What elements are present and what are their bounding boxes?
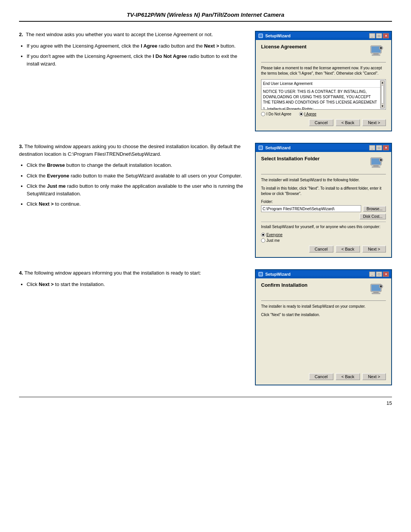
radio-everyone[interactable]: Everyone — [261, 233, 386, 237]
page-number: 15 — [387, 400, 392, 406]
radio-agree-label: I Agree — [304, 112, 317, 116]
section-divider-2 — [261, 222, 386, 222]
dialog-empty-space — [261, 321, 386, 370]
radio-everyone-circle[interactable] — [261, 233, 265, 237]
folder-row: Browse... — [261, 205, 386, 212]
dialog-desc-2b: To install in this folder, click "Next".… — [261, 186, 386, 197]
dialog-icon-2 — [368, 156, 386, 171]
page-title: TV-IP612P/WN (Wireless N) Pan/Tilt/Zoom … — [19, 11, 392, 18]
dialog-desc-3b: Click "Next" to start the installation. — [261, 312, 386, 318]
dialog-app-icon-2 — [258, 145, 263, 150]
svg-point-26 — [381, 286, 382, 287]
disk-cost-button[interactable]: Disk Cost... — [360, 214, 386, 219]
radio-just-me[interactable]: Just me — [261, 238, 386, 243]
svg-rect-13 — [373, 165, 379, 166]
radio-agree[interactable]: I Agree — [299, 112, 317, 116]
close-button-1[interactable]: ✕ — [383, 33, 389, 38]
back-button-2[interactable]: < Back — [336, 246, 360, 252]
close-button-3[interactable]: ✕ — [383, 272, 389, 277]
maximize-button-3[interactable]: □ — [376, 272, 382, 277]
minimize-button-3[interactable]: _ — [369, 272, 375, 277]
next-button-2[interactable]: Next > — [362, 246, 386, 252]
back-button-1[interactable]: < Back — [336, 119, 360, 126]
svg-rect-19 — [259, 273, 262, 276]
license-text: NOTICE TO USER: THIS IS A CONTRACT. BY I… — [263, 89, 384, 105]
maximize-button-2[interactable]: □ — [376, 145, 382, 150]
section-4: 4. The following window appears informin… — [19, 269, 392, 385]
scrollbar-1[interactable]: ▲ ▼ — [380, 80, 385, 109]
install-for-label: Install SetupWizard for yourself, or for… — [261, 224, 386, 230]
step-number-2: 2. — [19, 32, 24, 37]
bullet-3-2: Click the Everyone radio button to make … — [27, 172, 244, 180]
dialog-buttons-2: Cancel < Back Next > — [261, 246, 386, 252]
section-3-bullets: Click the Browse button to change the de… — [27, 161, 244, 208]
radio-just-me-circle[interactable] — [261, 238, 265, 243]
dialog-buttons-1: Cancel < Back Next > — [261, 119, 386, 126]
next-button-1[interactable]: Next > — [362, 119, 386, 126]
section-3-screenshot: SetupWizard _ □ ✕ Select Installation Fo… — [255, 143, 392, 258]
radio-agree-circle[interactable] — [299, 112, 303, 116]
titlebar-left-1: SetupWizard — [258, 33, 291, 38]
svg-rect-5 — [372, 54, 380, 56]
next-button-3[interactable]: Next > — [362, 373, 386, 380]
section-2: 2. The next window asks you whether you … — [19, 31, 392, 131]
cancel-button-1[interactable]: Cancel — [309, 119, 333, 126]
cancel-button-2[interactable]: Cancel — [309, 246, 333, 252]
back-button-3[interactable]: < Back — [336, 373, 360, 380]
dialog-desc-2a: The installer will install SetupWizard t… — [261, 177, 386, 183]
bullet-2-1: If you agree with the Licensing Agreemen… — [27, 42, 244, 50]
titlebar-left-2: SetupWizard — [258, 145, 291, 150]
license-agreement-dialog: SetupWizard _ □ ✕ License Agreement — [255, 31, 392, 131]
dialog-heading-1: License Agreement — [261, 44, 306, 50]
close-button-2[interactable]: ✕ — [383, 145, 389, 150]
maximize-button-1[interactable]: □ — [376, 33, 382, 38]
bullet-4-1: Click Next > to start the Installation. — [27, 281, 244, 288]
bullet-3-3: Click the Just me radio button to only m… — [27, 182, 244, 197]
folder-input[interactable] — [261, 205, 361, 212]
bullet-2-2: If you don't agree with the Licensing Ag… — [27, 53, 244, 67]
browse-button[interactable]: Browse... — [363, 206, 386, 212]
radio-group-agree: I Do Not Agree I Agree — [261, 112, 386, 116]
bullet-3-1: Click the Browse button to change the de… — [27, 161, 244, 169]
content-area: 2. The next window asks you whether you … — [19, 31, 392, 385]
radio-do-not-agree-circle[interactable] — [261, 112, 265, 116]
section-3: 3. The following window appears asking y… — [19, 143, 392, 258]
svg-rect-23 — [372, 293, 380, 294]
install-folder-dialog: SetupWizard _ □ ✕ Select Installation Fo… — [255, 143, 392, 258]
titlebar-buttons-2: _ □ ✕ — [369, 145, 389, 150]
section-3-intro: 3. The following window appears asking y… — [19, 143, 244, 158]
separator-1 — [261, 62, 386, 62]
section-4-text: 4. The following window appears informin… — [19, 269, 244, 291]
minimize-button-1[interactable]: _ — [369, 33, 375, 38]
dialog-title-2: SetupWizard — [265, 145, 291, 150]
cancel-button-3[interactable]: Cancel — [309, 373, 333, 380]
dialog-titlebar-3: SetupWizard _ □ ✕ — [256, 270, 391, 278]
minimize-button-2[interactable]: _ — [369, 145, 375, 150]
titlebar-left-3: SetupWizard — [258, 272, 291, 277]
section-3-text: 3. The following window appears asking y… — [19, 143, 244, 211]
titlebar-buttons-1: _ □ ✕ — [369, 33, 389, 38]
section-4-intro: 4. The following window appears informin… — [19, 269, 244, 277]
section-4-bullets: Click Next > to start the Installation. — [27, 281, 244, 288]
dialog-app-icon-1 — [258, 33, 263, 38]
svg-rect-22 — [373, 292, 379, 293]
svg-rect-14 — [372, 166, 380, 168]
section-4-screenshot: SetupWizard _ □ ✕ Confirm Installation — [255, 269, 392, 385]
dialog-header-row-3: Confirm Installation — [261, 282, 386, 297]
dialog-heading-3: Confirm Installation — [261, 282, 307, 288]
license-box: End User License Agreement NOTICE TO USE… — [261, 79, 386, 110]
radio-do-not-agree-label: I Do Not Agree — [266, 112, 292, 116]
separator-2 — [261, 174, 386, 174]
radio-just-me-label: Just me — [266, 238, 280, 243]
radio-everyone-label: Everyone — [266, 233, 282, 237]
license-box-title: End User License Agreement — [263, 81, 384, 88]
dialog-desc-1: Please take a moment to read the license… — [261, 66, 386, 76]
radio-do-not-agree[interactable]: I Do Not Agree — [261, 112, 292, 116]
dialog-header-row-1: License Agreement — [261, 44, 386, 59]
dialog-title-3: SetupWizard — [265, 272, 291, 276]
dialog-desc-3a: The installer is ready to install SetupW… — [261, 304, 386, 309]
scroll-up-arrow[interactable]: ▲ — [381, 81, 384, 85]
scroll-down-arrow[interactable]: ▼ — [381, 104, 384, 108]
dialog-icon-1 — [368, 44, 386, 59]
folder-label: Folder: — [261, 200, 386, 204]
